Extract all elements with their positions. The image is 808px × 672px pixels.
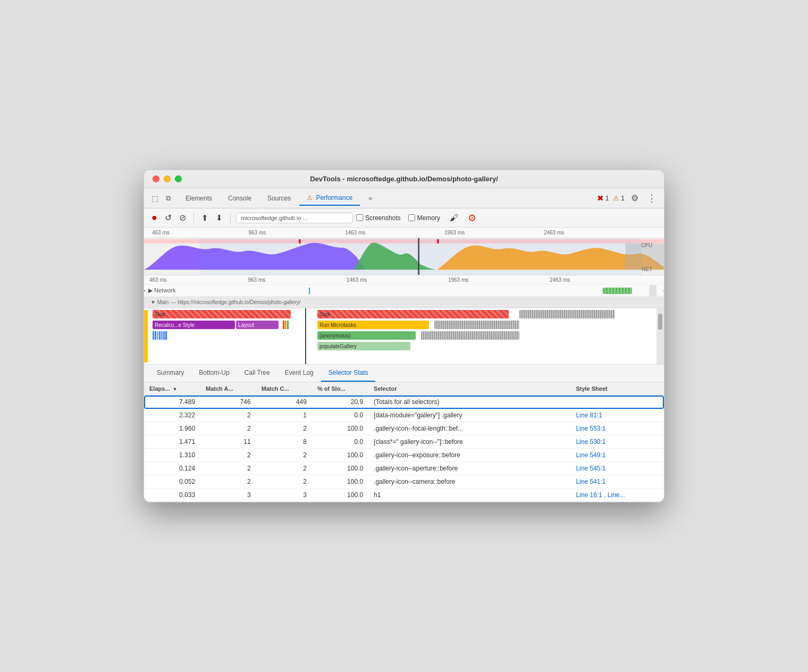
left-arrow: ➤ (144, 283, 145, 298)
network-row: ▶ Network (144, 285, 664, 297)
cell-match-c: 2 (256, 449, 312, 462)
overview-chart[interactable]: CPU NET (144, 238, 664, 275)
table-row[interactable]: 0.03333100.0h1Line 16:1 , Line... (144, 489, 664, 502)
gray-bar-right-2 (421, 331, 519, 340)
tab-bottom-up[interactable]: Bottom-Up (191, 365, 237, 382)
ruler-ticks-top: 463 ms 963 ms 1463 ms 1963 ms 2463 ms (149, 230, 653, 236)
svg-rect-5 (199, 238, 642, 275)
tab-performance[interactable]: ⚠ Performance (299, 191, 360, 206)
flame-tasks: Task Task Recalcu...e Style (144, 308, 664, 364)
table-row[interactable]: 0.05222100.0.gallery-icon--camera::befor… (144, 475, 664, 489)
stylesheet-link[interactable]: Line 553:1 (576, 425, 605, 432)
cell-stylesheet[interactable]: Line 553:1 (570, 422, 664, 435)
stylesheet-link[interactable]: Line 545:1 (576, 465, 605, 472)
cell-selector: .gallery-icon--aperture::before (368, 462, 570, 475)
flame-ruler: 463 ms 963 ms 1463 ms 1963 ms 2463 ms (144, 275, 664, 285)
table-header-row: Elaps... ▼ Match A... Match C... % of Sl… (144, 382, 664, 396)
cell-elapsed: 0.033 (144, 489, 200, 502)
col-match-c[interactable]: Match C... (256, 382, 312, 396)
col-selector[interactable]: Selector (368, 382, 570, 396)
stylesheet-link[interactable]: Line 16:1 , Line... (576, 491, 625, 499)
table-row[interactable]: 0.12422100.0.gallery-icon--aperture::bef… (144, 462, 664, 475)
more-icon[interactable]: ⋮ (645, 190, 659, 206)
brush-icon[interactable]: 🖌 (448, 212, 460, 224)
reload-record-button[interactable]: ↺ (163, 212, 174, 224)
table-row[interactable]: 1.4711180.0[class*=" gallery-icon--"]::b… (144, 435, 664, 449)
cell-stylesheet[interactable]: Line 549:1 (570, 449, 664, 462)
tab-more[interactable]: » (361, 191, 380, 205)
populate-bar[interactable]: populateGallery (317, 342, 410, 350)
recalc-bar[interactable]: Recalcu...e Style (153, 321, 235, 329)
close-button[interactable] (153, 175, 159, 182)
subtask-row-2: (anonymous) (153, 331, 652, 341)
microtasks-bar[interactable]: Run Microtasks (317, 321, 429, 329)
screenshots-checkbox[interactable] (356, 214, 363, 221)
cell-match-a: 3 (200, 489, 256, 502)
tab-sources[interactable]: Sources (260, 191, 298, 205)
table-row[interactable]: 1.31022100.0.gallery-icon--exposure::bef… (144, 449, 664, 462)
col-stylesheet[interactable]: Style Sheet (570, 382, 664, 396)
tab-summary[interactable]: Summary (149, 365, 191, 382)
cell-selector: [data-module="gallery"] .gallery (368, 409, 570, 422)
stylesheet-link[interactable]: Line 81:1 (576, 411, 602, 419)
cell-stylesheet[interactable]: Line 530:1 (570, 435, 664, 449)
tab-elements[interactable]: Elements (178, 191, 220, 205)
table-container: Elaps... ▼ Match A... Match C... % of Sl… (144, 382, 664, 502)
table-row[interactable]: 2.322210.0[data-module="gallery"] .galle… (144, 409, 664, 422)
cell-elapsed: 0.052 (144, 475, 200, 489)
table-row[interactable]: 7.48974644920.9(Totals for all selectors… (144, 396, 664, 409)
settings-icon[interactable]: ⚙ (629, 191, 641, 205)
cell-selector: .gallery-icon--focal-length::bef... (368, 422, 570, 435)
inspect-icon[interactable]: ⬚ (149, 192, 161, 205)
net-label: NET (642, 266, 652, 272)
cell-elapsed: 1.310 (144, 449, 200, 462)
gear-settings-button[interactable]: ⚙ (468, 212, 476, 224)
memory-check[interactable]: Memory (408, 214, 440, 222)
cell-elapsed: 0.124 (144, 462, 200, 475)
selector-stats-table: Elaps... ▼ Match A... Match C... % of Sl… (144, 382, 664, 502)
col-pct[interactable]: % of Slo... (312, 382, 368, 396)
task-bar-left[interactable]: Task (153, 310, 291, 318)
col-elapsed[interactable]: Elaps... ▼ (144, 382, 200, 396)
stylesheet-link[interactable]: Line 549:1 (576, 451, 605, 459)
clear-button[interactable]: ⊘ (177, 212, 188, 224)
tab-bar: ⬚ ⧉ Elements Console Sources ⚠ Performan… (144, 188, 664, 208)
minimize-button[interactable] (164, 175, 171, 182)
maximize-button[interactable] (175, 175, 182, 182)
table-row[interactable]: 1.96022100.0.gallery-icon--focal-length:… (144, 422, 664, 435)
cell-selector: .gallery-icon--exposure::before (368, 449, 570, 462)
cell-stylesheet[interactable]: Line 545:1 (570, 462, 664, 475)
task-row-1: Task Task (153, 310, 652, 320)
anonymous-bar[interactable]: (anonymous) (317, 331, 416, 340)
cell-selector: h1 (368, 489, 570, 502)
col-match-a[interactable]: Match A... (200, 382, 256, 396)
main-url: — https://microsoftedge.github.io/Demos/… (171, 299, 300, 305)
memory-checkbox[interactable] (408, 214, 415, 221)
cell-match-a: 11 (200, 435, 256, 449)
tab-bar-left-icons: ⬚ ⧉ (149, 192, 173, 205)
tab-call-tree[interactable]: Call Tree (237, 365, 277, 382)
record-button[interactable]: ● (149, 211, 159, 224)
traffic-lights (153, 175, 182, 182)
flame-ruler-ticks: 463 ms 963 ms 1463 ms 1963 ms 2463 ms (149, 277, 659, 283)
upload-button[interactable]: ⬆ (199, 212, 211, 224)
download-button[interactable]: ⬇ (214, 212, 225, 224)
screenshots-check[interactable]: Screenshots (356, 214, 401, 222)
cell-stylesheet[interactable]: Line 16:1 , Line... (570, 489, 664, 502)
cell-match-a: 746 (200, 396, 256, 409)
stylesheet-link[interactable]: Line 541:1 (576, 478, 605, 485)
stylesheet-link[interactable]: Line 530:1 (576, 438, 605, 446)
cell-stylesheet[interactable]: Line 541:1 (570, 475, 664, 489)
yellow-side-bar (144, 310, 148, 363)
layout-bar[interactable]: Layout (236, 321, 279, 329)
tab-event-log[interactable]: Event Log (277, 365, 321, 382)
tab-console[interactable]: Console (221, 191, 259, 205)
device-icon[interactable]: ⧉ (164, 192, 173, 205)
selection-line (305, 308, 306, 364)
bottom-tabs: Summary Bottom-Up Call Tree Event Log Se… (144, 365, 664, 382)
tab-selector-stats[interactable]: Selector Stats (321, 365, 376, 382)
task-bar-right[interactable]: Task (317, 310, 509, 318)
cell-stylesheet[interactable]: Line 81:1 (570, 409, 664, 422)
right-scrollbar[interactable] (656, 308, 664, 364)
task-gray-right (519, 310, 615, 318)
